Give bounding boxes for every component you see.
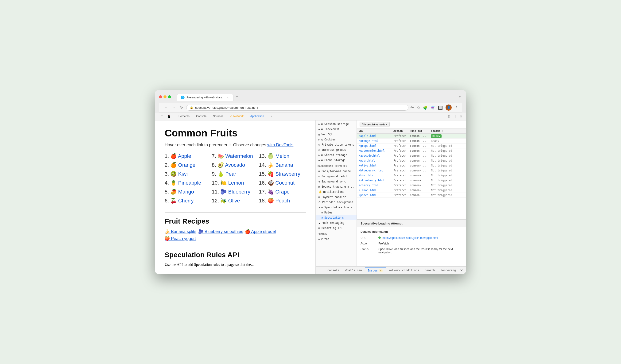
strawberry-link[interactable]: Strawberry (275, 171, 300, 177)
sidebar-item-private-state[interactable]: ◎ Private state tokens (316, 142, 357, 147)
cherry-link[interactable]: Cherry (178, 198, 194, 204)
sidebar-item-backforward[interactable]: ▤ Back/forward cache (316, 169, 357, 174)
banana-link[interactable]: Banana (275, 162, 293, 168)
coconut-link[interactable]: Coconut (275, 180, 294, 186)
olive-link[interactable]: Olive (228, 198, 240, 204)
profile-icon[interactable]: ⚗️ (431, 105, 435, 110)
sidebar-item-reporting-api[interactable]: ▤ Reporting API (316, 225, 357, 231)
table-row[interactable]: /blueberry.html Prefetch common-... Not … (357, 168, 466, 173)
extension2-icon[interactable]: 🔲 (438, 105, 443, 110)
sidebar-item-interest-groups[interactable]: ◎ Interest groups (316, 147, 357, 152)
address-input[interactable]: 🔒 speculative-rules.glitch.me/common-fru… (186, 105, 408, 111)
tab-network[interactable]: ⚠ Network (227, 113, 247, 120)
grape-link[interactable]: Grape (275, 189, 290, 195)
pineapple-link[interactable]: Pineapple (178, 180, 201, 186)
drawer-close-button[interactable]: ✕ (459, 267, 464, 273)
sidebar-item-push-messaging[interactable]: ☁ Push messaging (316, 220, 357, 225)
bookmark-icon[interactable]: ☆ (417, 105, 420, 110)
drawer-tab-rendering[interactable]: Rendering (438, 267, 459, 273)
sidebar-item-cookies[interactable]: ▶ ◎ Cookies (316, 137, 357, 142)
drawer-tab-whats-new[interactable]: What's new (342, 267, 365, 273)
sidebar-item-bounce-tracking[interactable]: ▤ Bounce tracking m... (316, 184, 357, 189)
tab-dropdown-button[interactable]: ▾ (458, 94, 462, 100)
sidebar-item-shared-storage[interactable]: ▶ ▤ Shared storage (316, 152, 357, 157)
sidebar-item-indexeddb[interactable]: ▶ ▤ IndexedDB (316, 127, 357, 132)
banana-splits-link[interactable]: 🍌 Banana splits (165, 229, 196, 234)
table-row[interactable]: /avocado.html Prefetch common-... Not tr… (357, 153, 466, 158)
sidebar-item-notifications[interactable]: 🔔 Notifications (316, 189, 357, 194)
tab-console[interactable]: Console (193, 113, 210, 120)
tab-close-button[interactable]: ✕ (226, 96, 229, 99)
blueberry-link[interactable]: Blueberry (228, 189, 250, 195)
drawer-tab-console[interactable]: Console (325, 267, 342, 273)
peach-link[interactable]: Peach (275, 198, 290, 204)
sidebar-item-speculations[interactable]: ↺ Speculations (316, 215, 357, 220)
sidebar-item-periodic-bg[interactable]: ⟳ Periodic background... (316, 200, 357, 205)
action-cell: Prefetch (393, 134, 410, 138)
sidebar-item-payment[interactable]: ▤ Payment handler (316, 194, 357, 200)
browser-tab[interactable]: 🌐 Prerendering with web-vitals... ✕ (177, 94, 233, 101)
apple-strudel-link[interactable]: 🍎 Apple strudel (245, 229, 276, 234)
sidebar-item-rules[interactable]: ↺ Rules (316, 210, 357, 215)
kiwi-link[interactable]: Kiwi (178, 171, 188, 177)
sidebar-item-bg-fetch[interactable]: ↺ Background fetch (316, 174, 357, 179)
table-row[interactable]: /kiwi.html Prefetch common-... Not trigg… (357, 173, 466, 178)
table-row[interactable]: /lemon.html Prefetch common-... Not trig… (357, 188, 466, 193)
table-row[interactable]: /peach.html Prefetch common-... Not trig… (357, 193, 466, 198)
table-row[interactable]: /strawberry.html Prefetch common-... Not… (357, 178, 466, 183)
eye-slash-icon[interactable]: 👁 (410, 105, 414, 110)
table-row[interactable]: /grape.html Prefetch common-... Not trig… (357, 143, 466, 148)
inspect-element-button[interactable]: ⬚ (159, 113, 165, 120)
sidebar-label: Cookies (324, 138, 336, 141)
maximize-traffic-light[interactable] (168, 95, 171, 98)
tab-more[interactable]: » (267, 113, 276, 120)
pear-link[interactable]: Pear (225, 171, 236, 177)
avatar[interactable]: 👤 (446, 104, 452, 111)
forward-button[interactable]: → (171, 105, 177, 110)
table-row[interactable]: /orange.html Prefetch common-... Ready (357, 139, 466, 143)
tab-application[interactable]: Application (247, 113, 267, 120)
drawer-tab-issues[interactable]: Issues ✕ (365, 267, 386, 274)
mango-link[interactable]: Mango (178, 189, 194, 195)
detail-url-link[interactable]: https://speculative-rules.glitch.me/appl… (382, 236, 438, 240)
close-traffic-light[interactable] (159, 95, 162, 98)
drawer-menu-icon[interactable]: ⋮ (318, 267, 325, 273)
devtools-close-button[interactable]: ✕ (458, 113, 464, 120)
melon-link[interactable]: Melon (275, 153, 289, 159)
watermelon-link[interactable]: Watermelon (225, 153, 253, 159)
tab-sources[interactable]: Sources (210, 113, 227, 120)
table-row[interactable]: /watermelon.html Prefetch common-... Not… (357, 148, 466, 153)
back-button[interactable]: ← (163, 105, 169, 110)
new-tab-button[interactable]: + (233, 93, 241, 101)
table-row[interactable]: /olive.html Prefetch common-... Not trig… (357, 163, 466, 168)
extension-icon[interactable]: 🧩 (423, 105, 428, 110)
sidebar-item-speculative-loads[interactable]: ▼ ↺ Speculative loads (316, 205, 357, 210)
minimize-traffic-light[interactable] (163, 95, 167, 98)
table-row[interactable]: /pear.html Prefetch common-... Not trigg… (357, 158, 466, 163)
blueberry-smoothies-link[interactable]: 🫐 Blueberry smoothies (198, 229, 243, 234)
reload-button[interactable]: ↻ (179, 105, 184, 110)
sidebar-item-session-storage[interactable]: ▶ ▤ Session storage (316, 121, 357, 127)
device-mode-button[interactable]: 📱 (166, 113, 173, 120)
drawer-tab-network-conditions[interactable]: Network conditions (386, 267, 422, 273)
peach-yogurt-link[interactable]: 🍑 Peach yogurt (165, 236, 196, 241)
apple-link[interactable]: Apple (178, 153, 191, 159)
tab-elements[interactable]: Elements (174, 113, 193, 120)
filter-button[interactable]: All speculative loads ▾ (360, 122, 390, 127)
sidebar-item-bg-sync[interactable]: ↺ Background sync (316, 179, 357, 184)
table-row[interactable]: /cherry.html Prefetch common-... Not tri… (357, 183, 466, 188)
action-cell: Prefetch (393, 144, 410, 147)
more-menu-icon[interactable]: ⋮ (454, 105, 458, 110)
table-row[interactable]: /apple.html Prefetch common-... Ready (357, 134, 466, 139)
orange-link[interactable]: Orange (178, 162, 195, 168)
drawer-tab-search[interactable]: Search (422, 267, 438, 273)
devtools-more-button[interactable]: ⋮ (452, 113, 458, 120)
sidebar-item-cache-storage[interactable]: ▶ ▤ Cache storage (316, 157, 357, 163)
status-cell: Not triggered (431, 179, 464, 182)
sidebar-item-websql[interactable]: ▤ Web SQL (316, 132, 357, 137)
avocado-link[interactable]: Avocado (225, 162, 245, 168)
devtools-link[interactable]: with DevTools (267, 142, 293, 147)
settings-button[interactable]: ⚙ (446, 113, 452, 120)
sidebar-item-top-frame[interactable]: ▶ ▢ top (316, 237, 357, 242)
lemon-link[interactable]: Lemon (228, 180, 244, 186)
